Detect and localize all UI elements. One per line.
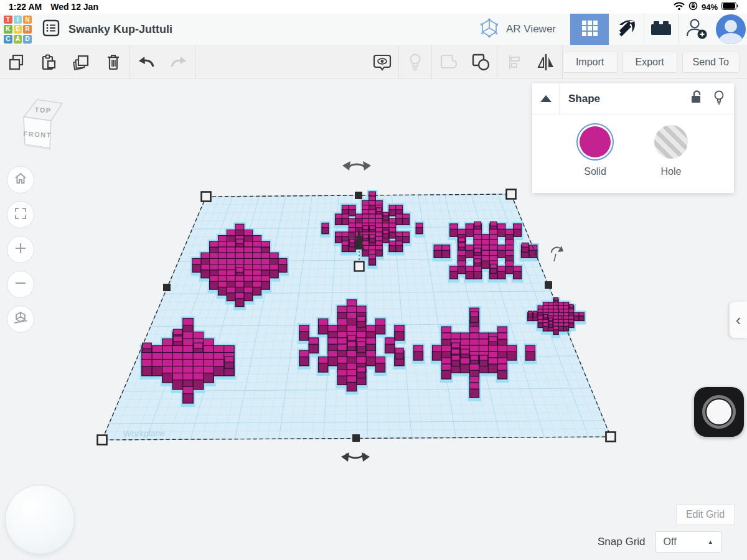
logo-tile: R xyxy=(23,25,32,34)
copy-button[interactable] xyxy=(0,45,32,79)
hole-option-label: Hole xyxy=(661,166,682,177)
document-title: Swanky Kup-Juttuli xyxy=(68,23,172,36)
import-button[interactable]: Import xyxy=(563,52,618,73)
shape-inspector-panel: Shape Solid Hole xyxy=(532,83,734,193)
minecraft-export-button[interactable] xyxy=(609,14,644,45)
delete-button[interactable] xyxy=(97,45,129,79)
zoom-out-button[interactable] xyxy=(7,271,34,298)
list-icon xyxy=(42,19,60,40)
view-controls xyxy=(7,166,34,333)
assistive-touch-ring xyxy=(702,395,736,429)
view-cube[interactable]: TOP FRONT xyxy=(15,92,68,156)
viewcube-front-label: FRONT xyxy=(23,130,52,139)
plus-icon xyxy=(13,241,28,258)
ungroup-button[interactable] xyxy=(464,45,497,79)
orbit-joystick[interactable] xyxy=(5,485,75,554)
edit-grid-button[interactable]: Edit Grid xyxy=(676,504,735,525)
open-shapes-panel-tab[interactable]: ‹ xyxy=(730,302,747,338)
snap-grid-dropdown[interactable]: Off ▲ xyxy=(655,531,721,553)
dropdown-arrow-icon: ▲ xyxy=(708,539,713,545)
shape-panel-title: Shape xyxy=(568,93,600,105)
snap-grid-label: Snap Grid xyxy=(598,536,646,548)
hole-option[interactable]: Hole xyxy=(652,123,690,193)
ar-cube-icon xyxy=(479,17,500,41)
app-header: TINKERCAD Swanky Kup-Juttuli AR Viewer xyxy=(0,14,747,45)
undo-button[interactable] xyxy=(130,45,162,79)
orientation-lock-icon xyxy=(688,1,698,12)
chevron-left-icon: ‹ xyxy=(736,310,741,330)
perspective-toggle-button[interactable] xyxy=(7,306,34,333)
assistive-touch-button[interactable] xyxy=(694,387,744,437)
collapse-panel-button[interactable] xyxy=(532,83,560,114)
ios-status-bar: 1:22 AM Wed 12 Jan 94% xyxy=(0,0,747,14)
solid-color-swatch xyxy=(580,126,611,157)
person-add-icon xyxy=(685,16,708,42)
zoom-in-button[interactable] xyxy=(7,236,34,263)
duplicate-button[interactable] xyxy=(65,45,97,79)
lightbulb-icon[interactable] xyxy=(713,90,725,108)
status-time: 1:22 AM xyxy=(9,2,42,12)
hole-swatch xyxy=(654,125,688,159)
shape-panel-header: Shape xyxy=(532,83,734,114)
divider xyxy=(195,45,195,79)
pickaxe-icon xyxy=(616,17,637,41)
battery-percent: 94% xyxy=(702,2,718,12)
solid-option-label: Solid xyxy=(584,166,606,177)
status-date: Wed 12 Jan xyxy=(50,2,98,12)
redo-button[interactable] xyxy=(162,45,195,79)
account-avatar[interactable] xyxy=(716,14,746,44)
grid-icon xyxy=(581,20,598,39)
battery-icon xyxy=(721,2,738,12)
logo-tile: N xyxy=(23,16,32,24)
snap-grid-value: Off xyxy=(664,536,677,548)
mirror-button[interactable] xyxy=(530,45,562,79)
group-button-disabled[interactable] xyxy=(432,45,464,79)
paste-button[interactable] xyxy=(32,45,65,79)
logo-tile: K xyxy=(4,25,12,34)
insight-button-disabled[interactable] xyxy=(399,45,431,79)
export-button[interactable]: Export xyxy=(622,52,677,73)
brick-export-button[interactable] xyxy=(644,14,678,45)
unlock-icon[interactable] xyxy=(689,90,703,108)
shape-material-options: Solid Hole xyxy=(532,114,734,193)
logo-tile: C xyxy=(4,35,12,44)
design-menu-button[interactable] xyxy=(41,19,61,39)
tinkercad-logo: TINKERCAD xyxy=(3,15,32,44)
perspective-cube-icon xyxy=(12,310,29,329)
fit-view-button[interactable] xyxy=(7,201,34,228)
logo-tile: T xyxy=(4,16,12,24)
send-to-button[interactable]: Send To xyxy=(682,52,740,73)
ar-viewer-button[interactable]: AR Viewer xyxy=(465,14,570,45)
workspaces-grid-button[interactable] xyxy=(570,14,609,45)
logo-tile: I xyxy=(14,16,22,24)
avatar-person-icon xyxy=(725,20,737,32)
logo-tile: D xyxy=(23,35,32,44)
edit-toolbar: Import Export Send To xyxy=(0,45,747,79)
home-icon xyxy=(13,171,28,189)
collapse-arrow-icon xyxy=(540,95,552,102)
solid-option[interactable]: Solid xyxy=(576,123,614,193)
logo-tile: A xyxy=(14,35,22,44)
viewcube-top-label: TOP xyxy=(34,106,52,114)
logo-tile: E xyxy=(14,25,22,34)
wifi-icon xyxy=(674,2,685,12)
show-hide-button[interactable] xyxy=(366,45,398,79)
ar-viewer-label: AR Viewer xyxy=(506,23,556,35)
add-collaborator-button[interactable] xyxy=(679,14,715,45)
minus-icon xyxy=(13,276,28,293)
lego-brick-icon xyxy=(650,19,672,39)
home-view-button[interactable] xyxy=(7,166,34,194)
align-button-disabled[interactable] xyxy=(497,45,530,79)
fit-view-icon xyxy=(13,206,28,223)
svg-text:Workplane: Workplane xyxy=(123,428,165,439)
